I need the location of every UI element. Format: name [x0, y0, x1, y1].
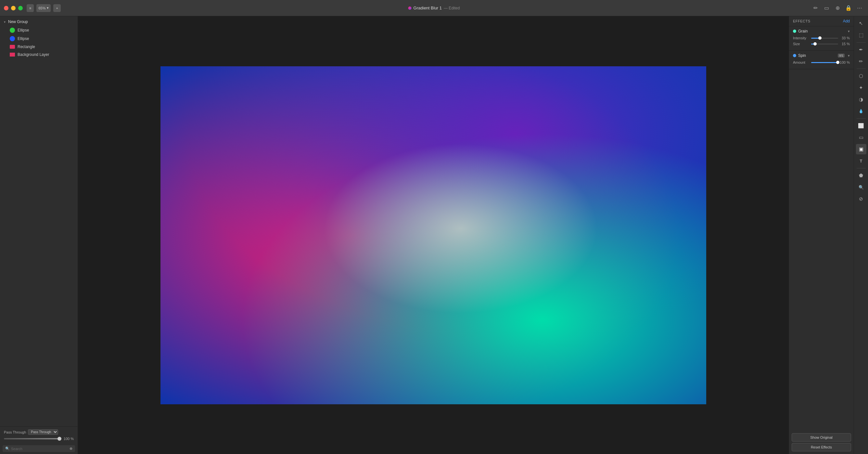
- lock-toolbar-btn[interactable]: 🔒: [844, 4, 853, 13]
- right-panels: EFFECTS Add Grain ▾ Intensity 33 %: [789, 16, 868, 454]
- grain-header: Grain ▾: [793, 29, 850, 33]
- effects-star-tool[interactable]: ✦: [856, 83, 866, 93]
- spin-name: Spin: [798, 53, 836, 58]
- layer-color-icon: [10, 53, 15, 57]
- layer-color-icon: [10, 36, 15, 41]
- panel-header: EFFECTS Add: [789, 16, 854, 26]
- pen-toolbar-btn[interactable]: ✏: [811, 4, 820, 13]
- drop-tool[interactable]: ◑: [856, 94, 866, 104]
- close-button[interactable]: [4, 6, 8, 10]
- effects-panel-title: EFFECTS: [793, 19, 810, 23]
- pen-tool[interactable]: ✒: [856, 44, 866, 55]
- list-item[interactable]: Background Layer: [0, 51, 78, 59]
- opacity-value: 100 %: [63, 437, 74, 441]
- grain-size-slider[interactable]: [811, 43, 838, 44]
- layer-name: Background Layer: [18, 52, 49, 57]
- edited-badge: — Edited: [444, 6, 460, 10]
- grain-intensity-row: Intensity 33 %: [793, 36, 850, 40]
- svg-rect-4: [160, 66, 706, 404]
- traffic-lights: [4, 6, 23, 10]
- pencil-tool[interactable]: ✏: [856, 56, 866, 67]
- grain-arrow: ▾: [848, 29, 850, 33]
- fullscreen-button[interactable]: [18, 6, 23, 10]
- reset-effects-button[interactable]: Reset Effects: [792, 443, 851, 451]
- group-label: New Group: [8, 20, 28, 24]
- layers-panel: ▾ New Group Ellipse Ellipse Rectangle Ba: [0, 16, 78, 426]
- tool-separator: [857, 42, 866, 42]
- mask-tool[interactable]: ⬟: [856, 170, 866, 181]
- tool-separator: [857, 168, 866, 168]
- list-item[interactable]: Ellipse: [0, 34, 78, 43]
- layer-comp-tool[interactable]: ▣: [856, 144, 866, 154]
- zoom-control[interactable]: 65% ▾: [36, 4, 51, 12]
- gradient-canvas: [160, 66, 706, 404]
- toolbar-right: ✏ ▭ ⊕ 🔒 ⋯: [811, 4, 864, 13]
- text-toolbar-btn[interactable]: ⊕: [833, 4, 842, 13]
- minimize-button[interactable]: [11, 6, 16, 10]
- spin-amount-slider[interactable]: [811, 62, 838, 63]
- opacity-thumb: [58, 437, 61, 441]
- more-toolbar-btn[interactable]: ⋯: [855, 4, 864, 13]
- panel-buttons: Show Original Reset Effects: [789, 431, 854, 454]
- brush-tool[interactable]: ⬜: [856, 121, 866, 131]
- add-effect-button[interactable]: Add: [843, 19, 850, 23]
- canvas-content: [160, 66, 706, 404]
- canvas-area[interactable]: [78, 16, 789, 454]
- grain-intensity-slider[interactable]: [811, 38, 838, 39]
- layer-group-new-group[interactable]: ▾ New Group: [0, 18, 78, 26]
- group-chevron: ▾: [4, 20, 5, 24]
- document-title: Gradient Blur 1: [413, 5, 442, 10]
- opacity-slider[interactable]: [4, 438, 61, 440]
- zoom-chevron: ▾: [47, 6, 49, 10]
- dropper-tool[interactable]: 💧: [856, 106, 866, 116]
- spin-amount-fill: [811, 62, 838, 63]
- arrow-tool[interactable]: ↖: [856, 18, 866, 29]
- spin-status-dot[interactable]: [793, 54, 796, 57]
- titlebar: ≡ 65% ▾ + Gradient Blur 1 — Edited ✏ ▭ ⊕…: [0, 0, 868, 16]
- grain-size-label: Size: [793, 42, 809, 46]
- toolbar-left: ≡ 65% ▾ +: [27, 4, 61, 12]
- zoom-value: 65%: [38, 6, 45, 10]
- search-bar: 🔍 ⊕: [3, 445, 75, 452]
- text-tool[interactable]: T: [856, 156, 866, 166]
- show-original-button[interactable]: Show Original: [792, 433, 851, 442]
- title-area: Gradient Blur 1 — Edited: [408, 5, 460, 10]
- spin-arrow: ▾: [848, 54, 850, 58]
- spin-amount-label: Amount: [793, 60, 809, 64]
- main-layout: ▾ New Group Ellipse Ellipse Rectangle Ba: [0, 16, 868, 454]
- spin-amount-thumb: [836, 61, 839, 64]
- shape-tool[interactable]: ⬡: [856, 71, 866, 81]
- grain-effect-block: Grain ▾ Intensity 33 % Size: [789, 26, 854, 51]
- search-input[interactable]: [11, 447, 68, 451]
- add-canvas-btn[interactable]: +: [53, 4, 60, 12]
- add-layer-icon[interactable]: ⊕: [69, 447, 72, 451]
- rect-draw-tool[interactable]: ▭: [856, 132, 866, 143]
- layer-name: Ellipse: [18, 28, 29, 32]
- adjust-tool[interactable]: ⊘: [856, 194, 866, 204]
- effects-panel: EFFECTS Add Grain ▾ Intensity 33 %: [789, 16, 854, 454]
- grain-size-thumb: [813, 42, 817, 46]
- sidebar-toggle-btn[interactable]: ≡: [27, 4, 34, 12]
- spin-amount-value: 100 %: [840, 60, 850, 64]
- zoom-tool[interactable]: 🔍: [856, 182, 866, 192]
- layer-name: Rectangle: [18, 44, 35, 49]
- spin-effect-block: Spin 0/1 ▾ Amount 100 %: [789, 51, 854, 69]
- tools-panel: ↖ ⬚ ✒ ✏ ⬡ ✦ ◑ 💧 ⬜ ▭ ▣ T ⬟ 🔍 ⊘: [854, 16, 868, 454]
- list-item[interactable]: Rectangle: [0, 43, 78, 51]
- grain-intensity-label: Intensity: [793, 36, 809, 40]
- blend-mode-select[interactable]: Pass Through Normal Multiply: [28, 429, 58, 435]
- grain-size-value: 15 %: [840, 42, 850, 46]
- blend-mode-row: Pass Through Pass Through Normal Multipl…: [4, 429, 74, 435]
- blend-mode-label: Pass Through: [4, 430, 26, 434]
- opacity-row: 100 %: [4, 437, 74, 441]
- sidebar-left: ▾ New Group Ellipse Ellipse Rectangle Ba: [0, 16, 78, 454]
- grain-status-dot[interactable]: [793, 30, 796, 33]
- rect-toolbar-btn[interactable]: ▭: [822, 4, 831, 13]
- tool-separator: [857, 118, 866, 119]
- grain-intensity-thumb: [818, 36, 822, 40]
- spin-badge: 0/1: [838, 54, 845, 58]
- list-item[interactable]: Ellipse: [0, 26, 78, 34]
- grain-intensity-value: 33 %: [840, 36, 850, 40]
- sidebar-bottom: Pass Through Pass Through Normal Multipl…: [0, 426, 78, 443]
- select-tool[interactable]: ⬚: [856, 30, 866, 40]
